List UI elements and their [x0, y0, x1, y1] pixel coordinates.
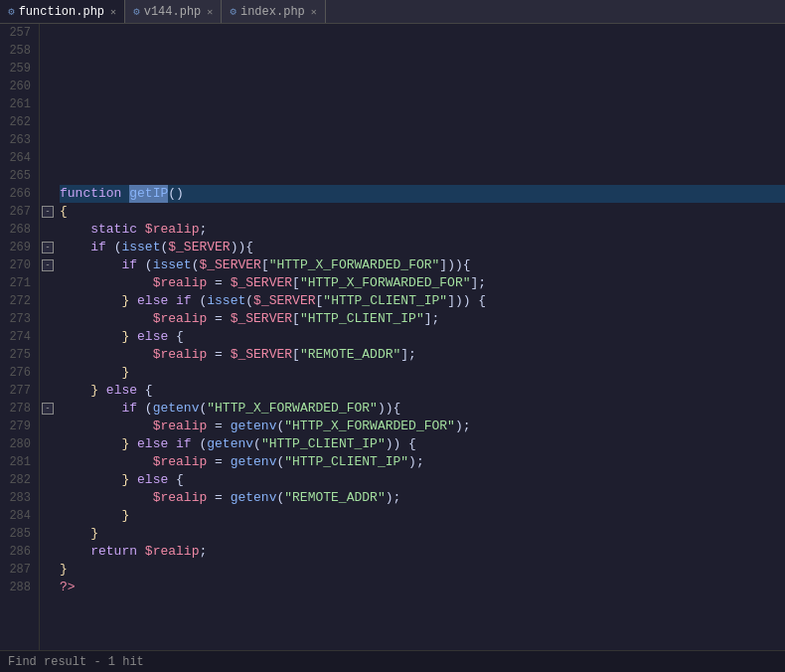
- gutter-277: [40, 382, 56, 400]
- kw-else5: else: [137, 471, 168, 489]
- gutter-257: [40, 24, 56, 42]
- line-num-268: 268: [4, 221, 31, 239]
- gutter-260: [40, 78, 56, 95]
- fold-267[interactable]: -: [42, 206, 54, 218]
- gutter-267[interactable]: -: [40, 203, 56, 221]
- php-close-tag: ?>: [60, 579, 76, 596]
- gutter-271: [40, 274, 56, 292]
- code-line-279: $realip = getenv("HTTP_X_FORWARDED_FOR")…: [60, 418, 785, 435]
- line-num-275: 275: [4, 346, 31, 364]
- str-getenv-http2: "HTTP_X_FORWARDED_FOR": [284, 418, 455, 435]
- var-realip8: $realip: [145, 543, 200, 561]
- brace-274: }: [121, 328, 129, 346]
- fn-isset: isset: [121, 239, 160, 256]
- tab-close-icon[interactable]: ✕: [311, 6, 317, 18]
- fn-getenv2: getenv: [231, 418, 277, 435]
- line-num-272: 272: [4, 292, 31, 310]
- fold-269[interactable]: -: [42, 242, 54, 253]
- code-line-285: }: [60, 525, 785, 543]
- selected-text-getip: getIP: [129, 185, 168, 203]
- fold-270[interactable]: -: [42, 259, 54, 271]
- code-line-267: {: [60, 203, 785, 221]
- tab-close-icon[interactable]: ✕: [207, 6, 213, 18]
- code-line-288: ?>: [60, 579, 785, 596]
- line-num-261: 261: [4, 95, 31, 113]
- code-line-280: } else if (getenv("HTTP_CLIENT_IP")) {: [60, 435, 785, 453]
- gutter-266: [40, 185, 56, 203]
- kw-else1: else if: [137, 292, 192, 310]
- gutter-284: [40, 507, 56, 525]
- kw-else3: else: [106, 382, 137, 400]
- code-line-282: } else {: [60, 471, 785, 489]
- kw-if3: if: [121, 400, 137, 418]
- status-text: Find result - 1 hit: [8, 655, 144, 669]
- str-getenv-http: "HTTP_X_FORWARDED_FOR": [207, 400, 378, 418]
- line-num-260: 260: [4, 78, 31, 95]
- code-line-259: [60, 60, 785, 78]
- line-num-282: 282: [4, 471, 31, 489]
- gutter-268: [40, 221, 56, 239]
- code-line-271: $realip = $_SERVER["HTTP_X_FORWARDED_FOR…: [60, 274, 785, 292]
- tab-v144-php[interactable]: ⚙ v144.php ✕: [125, 0, 222, 23]
- line-num-269: 269: [4, 239, 31, 256]
- str-remote-addr2: "REMOTE_ADDR": [284, 489, 385, 507]
- gutter-270[interactable]: -: [40, 256, 56, 274]
- gutter-286: [40, 543, 56, 561]
- tab-label: v144.php: [144, 5, 202, 19]
- gutter-283: [40, 489, 56, 507]
- str-client-ip4: "HTTP_CLIENT_IP": [284, 453, 408, 471]
- code-line-269: if (isset($_SERVER)){: [60, 239, 785, 256]
- tab-function-php[interactable]: ⚙ function.php ✕: [0, 0, 125, 23]
- line-num-276: 276: [4, 364, 31, 382]
- tab-index-php[interactable]: ⚙ index.php ✕: [222, 0, 325, 23]
- code-line-283: $realip = getenv("REMOTE_ADDR");: [60, 489, 785, 507]
- brace-open: {: [60, 203, 68, 221]
- code-line-276: }: [60, 364, 785, 382]
- brace-276: }: [121, 364, 129, 382]
- fold-278[interactable]: -: [42, 403, 54, 415]
- line-num-273: 273: [4, 310, 31, 328]
- kw-else4: else if: [137, 435, 192, 453]
- fn-getenv4: getenv: [231, 453, 277, 471]
- keyword-function: function: [60, 185, 121, 203]
- fn-getenv3: getenv: [207, 435, 253, 453]
- gutter-278[interactable]: -: [40, 400, 56, 418]
- code-line-270: if (isset($_SERVER["HTTP_X_FORWARDED_FOR…: [60, 256, 785, 274]
- var-realip3: $realip: [153, 310, 208, 328]
- code-content[interactable]: function getIP() { static $realip; if (i…: [56, 24, 785, 650]
- kw-else2: else: [137, 328, 168, 346]
- fn-getenv5: getenv: [231, 489, 277, 507]
- code-line-257: [60, 24, 785, 42]
- gutter-280: [40, 435, 56, 453]
- code-line-258: [60, 42, 785, 60]
- status-bar: Find result - 1 hit: [0, 650, 785, 672]
- tab-close-icon[interactable]: ✕: [110, 6, 116, 18]
- gutter-269[interactable]: -: [40, 239, 56, 256]
- var-realip2: $realip: [153, 274, 208, 292]
- line-num-265: 265: [4, 167, 31, 185]
- code-line-262: [60, 113, 785, 131]
- code-line-273: $realip = $_SERVER["HTTP_CLIENT_IP"];: [60, 310, 785, 328]
- brace-280: }: [121, 435, 129, 453]
- line-num-270: 270: [4, 256, 31, 274]
- gutter-263: [40, 131, 56, 149]
- gutter-281: [40, 453, 56, 471]
- code-line-268: static $realip;: [60, 221, 785, 239]
- brace-287: }: [60, 561, 68, 579]
- line-num-264: 264: [4, 149, 31, 167]
- punc-paren: (): [168, 185, 184, 203]
- var-realip: $realip: [145, 221, 200, 239]
- brace-282: }: [121, 471, 129, 489]
- code-line-284: }: [60, 507, 785, 525]
- code-line-260: [60, 78, 785, 95]
- code-line-277: } else {: [60, 382, 785, 400]
- str-client-ip2: "HTTP_CLIENT_IP": [300, 310, 424, 328]
- str-client-ip: "HTTP_CLIENT_IP": [323, 292, 447, 310]
- brace-272: }: [121, 292, 129, 310]
- fn-getenv: getenv: [153, 400, 200, 418]
- code-line-261: [60, 95, 785, 113]
- code-line-278: if (getenv("HTTP_X_FORWARDED_FOR")){: [60, 400, 785, 418]
- str-http-x: "HTTP_X_FORWARDED_FOR": [269, 256, 440, 274]
- gutter-276: [40, 364, 56, 382]
- fn-isset2: isset: [153, 256, 192, 274]
